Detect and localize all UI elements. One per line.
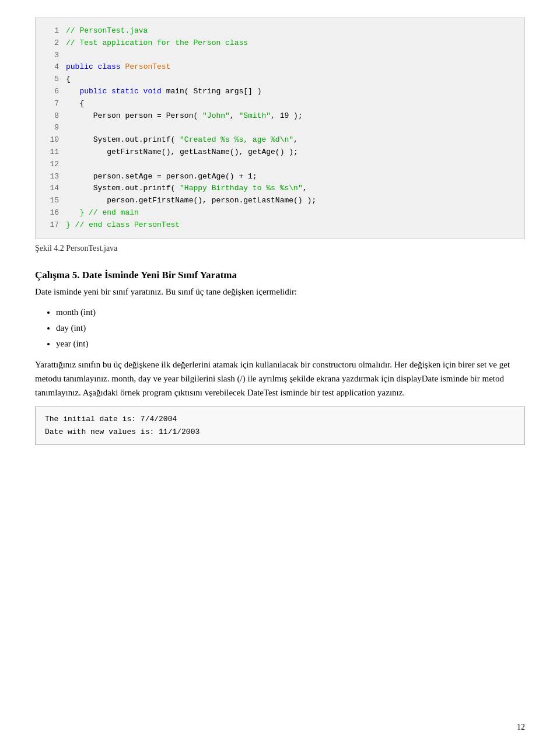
line-num-10: 10: [45, 134, 59, 146]
code-text-8: Person person = Person( "John", "Smith",…: [66, 110, 303, 122]
code-line-3: 3: [45, 50, 515, 62]
code-text-15: person.getFirstName(), person.getLastNam…: [66, 195, 316, 207]
code-line-15: 15 person.getFirstName(), person.getLast…: [45, 195, 515, 207]
line-num-9: 9: [45, 122, 59, 134]
line-num-4: 4: [45, 61, 59, 73]
code-text-11: getFirstName(), getLastName(), getAge() …: [66, 146, 298, 159]
main-paragraph: Yarattığınız sınıfın bu üç değişkene ilk…: [35, 358, 525, 400]
line-num-1: 1: [45, 25, 59, 37]
code-text-16: } // end main: [66, 207, 139, 219]
line-num-17: 17: [45, 219, 59, 232]
list-item-month: month (int): [56, 304, 525, 320]
line-num-14: 14: [45, 183, 59, 195]
code-block: 1 // PersonTest.java 2 // Test applicati…: [35, 17, 525, 239]
code-line-11: 11 getFirstName(), getLastName(), getAge…: [45, 146, 515, 159]
code-line-14: 14 System.out.printf( "Happy Birthday to…: [45, 183, 515, 195]
code-text-6: public static void main( String args[] ): [66, 86, 261, 98]
code-text-13: person.setAge = person.getAge() + 1;: [66, 171, 257, 183]
code-text-17: } // end class PersonTest: [66, 219, 180, 232]
code-line-9: 9: [45, 122, 515, 134]
variable-list: month (int) day (int) year (int): [56, 304, 525, 352]
code-text-7: {: [66, 98, 84, 110]
line-num-2: 2: [45, 37, 59, 50]
code-line-5: 5 {: [45, 73, 515, 86]
code-text-5: {: [66, 73, 71, 86]
code-line-13: 13 person.setAge = person.getAge() + 1;: [45, 171, 515, 183]
code-text-14: System.out.printf( "Happy Birthday to %s…: [66, 183, 307, 195]
page-number: 12: [517, 723, 525, 732]
code-text-2: // Test application for the Person class: [66, 37, 248, 50]
line-num-11: 11: [45, 146, 59, 159]
code-line-12: 12: [45, 159, 515, 171]
code-line-8: 8 Person person = Person( "John", "Smith…: [45, 110, 515, 122]
code-text-3: [66, 50, 71, 62]
line-num-16: 16: [45, 207, 59, 219]
list-item-year: year (int): [56, 336, 525, 352]
line-num-13: 13: [45, 171, 59, 183]
list-item-day: day (int): [56, 320, 525, 336]
output-line-2: Date with new values is: 11/1/2003: [45, 426, 515, 439]
code-line-6: 6 public static void main( String args[]…: [45, 86, 515, 98]
line-num-15: 15: [45, 195, 59, 207]
code-line-16: 16 } // end main: [45, 207, 515, 219]
output-line-1: The initial date is: 7/4/2004: [45, 413, 515, 426]
code-text-12: [66, 159, 71, 171]
line-num-12: 12: [45, 159, 59, 171]
line-num-3: 3: [45, 50, 59, 62]
code-line-17: 17 } // end class PersonTest: [45, 219, 515, 232]
code-text-9: [66, 122, 71, 134]
section-heading: Çalışma 5. Date İsminde Yeni Bir Sınıf Y…: [35, 269, 525, 281]
code-line-1: 1 // PersonTest.java: [45, 25, 515, 37]
code-line-7: 7 {: [45, 98, 515, 110]
code-text-1: // PersonTest.java: [66, 25, 148, 37]
output-block: The initial date is: 7/4/2004 Date with …: [35, 407, 525, 445]
intro-paragraph: Date isminde yeni bir sınıf yaratınız. B…: [35, 285, 525, 299]
code-text-10: System.out.printf( "Created %s %s, age %…: [66, 134, 298, 146]
figure-caption: Şekil 4.2 PersonTest.java: [35, 244, 525, 253]
line-num-8: 8: [45, 110, 59, 122]
code-text-4: public class PersonTest: [66, 61, 170, 73]
code-line-2: 2 // Test application for the Person cla…: [45, 37, 515, 50]
line-num-7: 7: [45, 98, 59, 110]
code-line-4: 4 public class PersonTest: [45, 61, 515, 73]
code-line-10: 10 System.out.printf( "Created %s %s, ag…: [45, 134, 515, 146]
line-num-5: 5: [45, 73, 59, 86]
line-num-6: 6: [45, 86, 59, 98]
